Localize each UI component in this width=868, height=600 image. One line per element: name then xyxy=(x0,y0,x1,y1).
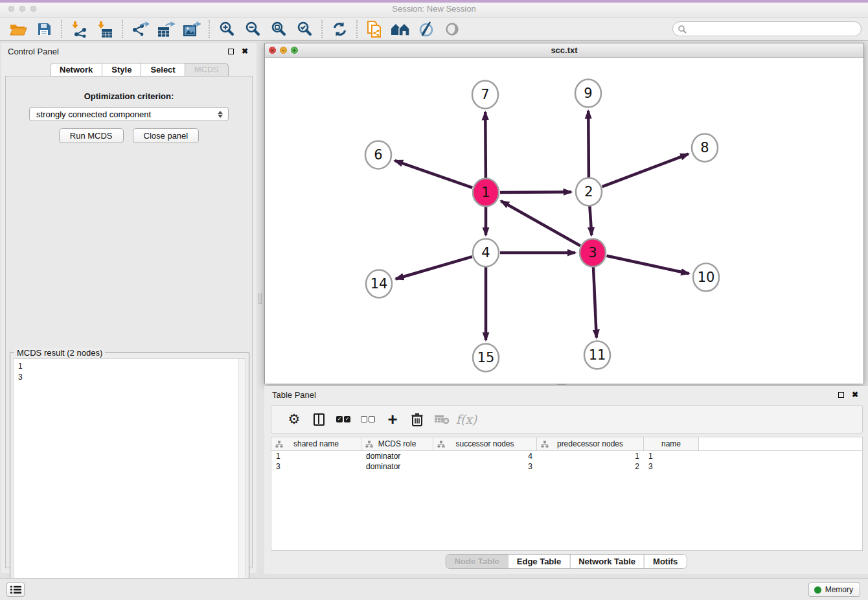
edge-3-11[interactable] xyxy=(593,267,597,338)
edge-2-9[interactable] xyxy=(588,111,589,178)
deselect-all-columns-button[interactable] xyxy=(356,408,380,431)
table-row[interactable]: 3dominator323 xyxy=(271,461,862,472)
table-cell[interactable]: 1 xyxy=(537,451,644,461)
node-table[interactable]: shared nameMCDS rolesuccessor nodesprede… xyxy=(271,437,863,551)
graph-node-11[interactable]: 11 xyxy=(584,341,610,369)
graph-node-15[interactable]: 15 xyxy=(473,344,499,372)
zoom-fit-button[interactable] xyxy=(266,19,291,40)
edge-2-8[interactable] xyxy=(602,154,689,187)
table-cell[interactable]: 3 xyxy=(433,461,537,472)
graph-node-14[interactable]: 14 xyxy=(366,270,392,298)
graph-node-9[interactable]: 9 xyxy=(575,80,601,108)
graph-node-7[interactable]: 7 xyxy=(472,81,498,109)
column-header-shared-name[interactable]: shared name xyxy=(271,437,361,450)
criterion-select[interactable]: strongly connected component xyxy=(29,107,229,121)
edge-3-1[interactable] xyxy=(501,201,580,246)
tab-node-table[interactable]: Node Table xyxy=(446,555,508,568)
graph-node-4[interactable]: 4 xyxy=(473,239,499,267)
network-graph[interactable]: 7968124314101511 xyxy=(265,58,863,384)
close-table-panel-button[interactable]: ✖ xyxy=(850,389,860,400)
network-canvas[interactable]: 7968124314101511 xyxy=(265,58,863,384)
tab-mcds[interactable]: MCDS xyxy=(185,63,229,76)
tab-edge-table[interactable]: Edge Table xyxy=(508,555,569,568)
table-cell[interactable]: 3 xyxy=(644,461,699,472)
edge-1-7[interactable] xyxy=(485,112,486,178)
column-header-predecessor-nodes[interactable]: predecessor nodes xyxy=(537,437,644,450)
network-window-titlebar[interactable]: × − + scc.txt xyxy=(265,43,863,58)
float-table-panel-button[interactable] xyxy=(836,389,846,400)
close-panel-action-button[interactable]: Close panel xyxy=(133,128,200,143)
add-column-button[interactable]: + xyxy=(380,408,405,431)
tab-network-table[interactable]: Network Table xyxy=(569,555,644,568)
graph-node-1[interactable]: 1 xyxy=(473,179,499,207)
graph-node-10[interactable]: 10 xyxy=(693,264,719,292)
zoom-out-button[interactable] xyxy=(240,19,266,40)
window-close-icon[interactable]: × xyxy=(269,47,276,54)
zoom-in-button[interactable] xyxy=(214,19,240,40)
table-body: 1dominator4113dominator323 xyxy=(271,451,862,472)
vertical-splitter-handle[interactable] xyxy=(258,294,262,304)
column-header-name[interactable]: name xyxy=(644,437,699,450)
tab-style[interactable]: Style xyxy=(102,63,141,76)
tab-select[interactable]: Select xyxy=(141,63,185,76)
plus-icon: + xyxy=(387,413,397,426)
window-minimize-icon[interactable]: − xyxy=(280,47,287,54)
memory-button[interactable]: Memory xyxy=(808,583,860,597)
import-network-icon xyxy=(71,21,87,38)
zoom-in-icon xyxy=(219,21,235,37)
export-table-button[interactable] xyxy=(153,19,179,40)
window-maximize-icon[interactable]: + xyxy=(291,47,298,54)
table-cell[interactable]: 4 xyxy=(433,451,537,461)
edge-2-3[interactable] xyxy=(589,206,591,235)
edge-3-10[interactable] xyxy=(607,256,689,274)
refresh-button[interactable] xyxy=(326,19,352,40)
table-cell[interactable]: 2 xyxy=(537,461,644,472)
toolbar-separator xyxy=(209,20,210,38)
graph-node-6[interactable]: 6 xyxy=(365,141,391,169)
float-panel-button[interactable] xyxy=(225,46,236,56)
table-cell[interactable]: 1 xyxy=(271,451,361,461)
search-field[interactable] xyxy=(672,21,862,36)
export-image-button[interactable] xyxy=(179,19,205,40)
table-cell[interactable]: 1 xyxy=(644,451,699,461)
show-columns-button[interactable] xyxy=(306,408,331,431)
clone-network-button[interactable] xyxy=(361,19,387,40)
edge-1-6[interactable] xyxy=(395,161,473,188)
tab-network[interactable]: Network xyxy=(50,63,102,76)
table-cell[interactable]: dominator xyxy=(361,451,433,461)
table-cell[interactable]: dominator xyxy=(361,461,433,472)
column-header-MCDS-role[interactable]: MCDS role xyxy=(361,437,433,450)
select-all-columns-button[interactable]: ✓✓ xyxy=(331,408,356,431)
style-brush-button[interactable] xyxy=(413,19,439,40)
table-settings-button[interactable]: ⚙ xyxy=(282,408,306,431)
network-home-button[interactable] xyxy=(387,19,413,40)
edge-1-2[interactable] xyxy=(500,192,571,192)
edge-4-14[interactable] xyxy=(396,257,472,279)
import-network-button[interactable] xyxy=(66,19,92,40)
graph-node-8[interactable]: 8 xyxy=(692,134,718,162)
control-panel-header: Control Panel ✖ xyxy=(1,43,257,60)
graph-node-2[interactable]: 2 xyxy=(576,178,602,206)
trash-icon xyxy=(411,412,424,427)
run-mcds-button[interactable]: Run MCDS xyxy=(59,128,124,143)
close-panel-button[interactable]: ✖ xyxy=(240,46,250,56)
open-session-button[interactable] xyxy=(5,19,31,40)
import-table-button[interactable] xyxy=(92,19,118,40)
result-scrollbar[interactable] xyxy=(238,359,246,594)
table-row[interactable]: 1dominator411 xyxy=(271,451,862,461)
table-panel: Table Panel ✖ ⚙ ✓✓ + xyxy=(264,386,868,574)
table-cell[interactable]: 3 xyxy=(271,461,361,472)
zoom-selected-button[interactable] xyxy=(291,19,317,40)
graph-node-3[interactable]: 3 xyxy=(580,239,606,267)
tab-motifs[interactable]: Motifs xyxy=(644,555,686,568)
column-header-successor-nodes[interactable]: successor nodes xyxy=(433,437,537,450)
export-network-button[interactable] xyxy=(127,19,153,40)
save-session-button[interactable] xyxy=(31,19,57,40)
search-input[interactable] xyxy=(687,23,861,35)
graphics-details-button[interactable] xyxy=(439,19,465,40)
columns-icon xyxy=(314,413,325,426)
mcds-result-area[interactable]: 1 3 xyxy=(13,358,246,594)
task-history-button[interactable] xyxy=(6,583,25,597)
session-title: Session: New Session xyxy=(0,4,868,14)
delete-column-button[interactable] xyxy=(405,408,429,431)
